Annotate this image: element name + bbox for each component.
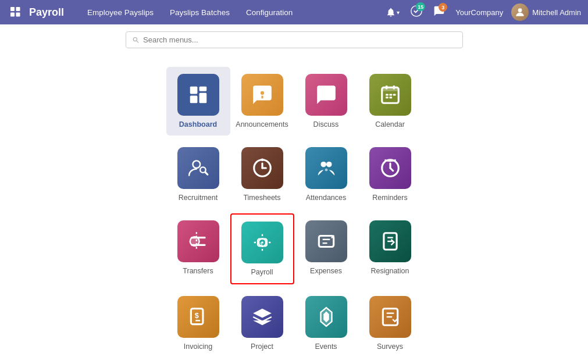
app-surveys-icon: [369, 296, 411, 338]
app-invoicing[interactable]: $Invoicing: [166, 289, 230, 358]
app-recruitment-icon: [177, 147, 219, 189]
app-attendances-label: Attendances: [306, 194, 347, 202]
svg-text:$: $: [194, 312, 198, 320]
app-row-0: DashboardAnnouncementsDiscussCalendar: [166, 67, 422, 135]
svg-point-32: [326, 162, 332, 167]
nav-employee-payslips[interactable]: Employee Payslips: [80, 5, 161, 20]
app-resignation-icon: [369, 220, 411, 262]
message-badge: 3: [439, 3, 447, 12]
search-icon: [132, 36, 140, 44]
svg-point-37: [190, 237, 199, 246]
svg-rect-3: [16, 13, 20, 17]
app-events[interactable]: Events: [294, 289, 358, 358]
app-title: Payroll: [29, 6, 64, 19]
svg-rect-6: [190, 87, 197, 94]
svg-point-24: [193, 160, 200, 168]
app-timesheets-icon: [241, 147, 283, 189]
svg-rect-9: [199, 93, 206, 103]
svg-point-13: [325, 92, 327, 95]
app-row-2: Transfers$PayrollExpensesResignation: [166, 213, 422, 284]
app-events-label: Events: [315, 342, 337, 351]
app-reminders[interactable]: Reminders: [358, 140, 422, 209]
app-attendances-icon: [305, 147, 347, 189]
app-resignation-label: Resignation: [370, 267, 409, 275]
svg-text:$: $: [260, 241, 263, 247]
app-grid: DashboardAnnouncementsDiscussCalendarRec…: [0, 67, 588, 364]
svg-rect-2: [10, 13, 15, 17]
app-invoicing-label: Invoicing: [184, 342, 212, 351]
svg-rect-19: [386, 94, 389, 95]
svg-point-5: [518, 8, 522, 12]
user-name[interactable]: Mitchell Admin: [532, 8, 581, 17]
app-expenses-icon: [305, 220, 347, 262]
nav-payslips-batches[interactable]: Payslips Batches: [163, 5, 237, 20]
app-project-icon: [241, 296, 283, 338]
app-calendar[interactable]: Calendar: [358, 67, 422, 135]
app-calendar-icon: [369, 74, 411, 116]
app-discuss-label: Discuss: [313, 120, 339, 129]
app-resignation[interactable]: Resignation: [358, 213, 422, 284]
app-payroll[interactable]: $Payroll: [230, 213, 294, 284]
app-invoicing-icon: $: [177, 296, 219, 338]
svg-point-10: [260, 91, 263, 95]
app-calendar-label: Calendar: [375, 120, 405, 129]
app-expenses-label: Expenses: [310, 267, 342, 275]
message-button[interactable]: 3: [431, 3, 447, 22]
app-transfers-icon: [177, 220, 219, 262]
app-reminders-label: Reminders: [372, 194, 407, 202]
svg-point-30: [261, 158, 263, 161]
svg-line-36: [390, 168, 393, 171]
app-events-icon: [305, 296, 347, 338]
search-bar-wrap: [0, 24, 588, 55]
svg-rect-1: [16, 7, 20, 11]
search-bar: [126, 31, 463, 48]
app-transfers-label: Transfers: [183, 267, 213, 275]
svg-rect-21: [393, 94, 395, 95]
app-recruitment[interactable]: Recruitment: [166, 140, 230, 209]
nav-configuration[interactable]: Configuration: [239, 5, 300, 20]
grid-menu-icon[interactable]: [7, 3, 24, 21]
svg-rect-0: [10, 7, 15, 11]
app-timesheets-label: Timesheets: [243, 194, 280, 202]
app-project[interactable]: Project: [230, 289, 294, 358]
app-row-1: RecruitmentTimesheetsAttendancesReminder…: [166, 140, 422, 209]
top-nav: Employee Payslips Payslips Batches Confi…: [80, 5, 383, 20]
app-timesheets[interactable]: Timesheets: [230, 140, 294, 209]
topbar-right: ▾ 15 3 YourCompany Mitchell Admin: [383, 2, 581, 22]
activity-button[interactable]: 15: [408, 2, 425, 22]
search-input[interactable]: [143, 35, 456, 44]
svg-line-26: [205, 172, 207, 174]
svg-rect-11: [261, 96, 263, 99]
app-discuss-icon: [305, 74, 347, 116]
app-surveys-label: Surveys: [377, 342, 403, 351]
app-announcements-label: Announcements: [236, 120, 288, 129]
svg-rect-23: [389, 97, 392, 98]
main-content: DashboardAnnouncementsDiscussCalendarRec…: [0, 55, 588, 364]
app-payroll-icon: $: [241, 222, 283, 263]
topbar: Payroll Employee Payslips Payslips Batch…: [0, 0, 588, 24]
app-dashboard[interactable]: Dashboard: [166, 67, 230, 135]
svg-rect-8: [190, 96, 197, 104]
app-transfers[interactable]: Transfers: [166, 213, 230, 284]
app-announcements-icon: [241, 74, 283, 116]
app-reminders-icon: [369, 147, 411, 189]
app-dashboard-label: Dashboard: [179, 120, 217, 129]
app-project-label: Project: [251, 342, 273, 351]
app-attendances[interactable]: Attendances: [294, 140, 358, 209]
svg-rect-7: [199, 87, 206, 91]
app-row-3: $InvoicingProjectEventsSurveys: [166, 289, 422, 358]
app-surveys[interactable]: Surveys: [358, 289, 422, 358]
app-expenses[interactable]: Expenses: [294, 213, 358, 284]
app-discuss[interactable]: Discuss: [294, 67, 358, 135]
notification-bell-button[interactable]: ▾: [383, 5, 402, 20]
company-name[interactable]: YourCompany: [451, 8, 508, 17]
user-avatar[interactable]: [511, 3, 529, 21]
svg-point-33: [325, 169, 327, 172]
svg-point-12: [322, 92, 325, 95]
app-announcements[interactable]: Announcements: [230, 67, 294, 135]
svg-point-14: [327, 92, 330, 95]
activity-badge: 15: [416, 2, 425, 11]
app-dashboard-icon: [177, 74, 219, 116]
svg-rect-22: [386, 97, 389, 98]
app-payroll-label: Payroll: [251, 268, 273, 276]
